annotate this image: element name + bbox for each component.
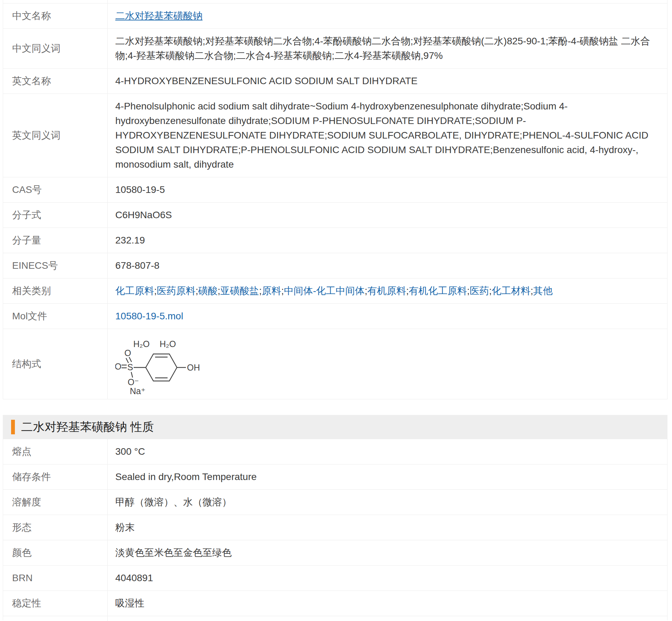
row-value-cas: 10580-19-5 — [108, 177, 667, 202]
row-value-einecs: 678-807-8 — [108, 253, 667, 278]
partial-row-value — [108, 613, 667, 621]
row-value-mol-file: 10580-19-5.mol — [108, 304, 667, 329]
category-separator: ; — [530, 285, 533, 296]
category-link-1[interactable]: 医药原料 — [157, 285, 196, 296]
category-separator: ; — [281, 285, 284, 296]
table-row-cn-synonyms: 中文同义词二水对羟基苯磺酸钠;对羟基苯磺酸钠二水合物;4-苯酚磺酸钠二水合物;对… — [3, 29, 667, 69]
row-value-en-synonyms: 4-Phenolsulphonic acid sodium salt dihyd… — [108, 94, 667, 177]
category-link-7[interactable]: 有机化工原料 — [409, 285, 467, 296]
row-value-stability: 吸湿性 — [108, 591, 667, 616]
row-value-melting-point: 300 °C — [108, 439, 667, 464]
table-row-form: 形态粉末 — [3, 515, 667, 540]
row-label-cas: CAS号 — [3, 177, 108, 202]
category-link-6[interactable]: 有机原料 — [367, 285, 406, 296]
row-label-cn-synonyms: 中文同义词 — [3, 29, 108, 68]
table-row-partial-bottom — [3, 616, 667, 620]
atom-label-na: Na⁺ — [130, 386, 145, 396]
chemical-info-table: 中文名称二水对羟基苯磺酸钠中文同义词二水对羟基苯磺酸钠;对羟基苯磺酸钠二水合物;… — [3, 0, 667, 399]
table-row-storage-conditions: 储存条件Sealed in dry,Room Temperature — [3, 464, 667, 490]
row-label-stability: 稳定性 — [3, 591, 108, 616]
table-row-cas: CAS号10580-19-5 — [3, 177, 667, 203]
category-separator: ; — [154, 285, 157, 296]
atom-label-o-minus: O⁻ — [128, 377, 139, 387]
table-row-stability: 稳定性吸湿性 — [3, 591, 667, 616]
row-value-color: 淡黄色至米色至金色至绿色 — [108, 540, 667, 565]
table-row-cn-name: 中文名称二水对羟基苯磺酸钠 — [3, 3, 667, 29]
atom-label-s: S — [127, 362, 133, 372]
table-row-color: 颜色淡黄色至米色至金色至绿色 — [3, 540, 667, 566]
table-row-einecs: EINECS号678-807-8 — [3, 253, 667, 278]
page: 中文名称二水对羟基苯磺酸钠中文同义词二水对羟基苯磺酸钠;对羟基苯磺酸钠二水合物;… — [0, 0, 672, 620]
row-label-formula: 分子式 — [3, 203, 108, 228]
properties-table: 熔点300 °C储存条件Sealed in dry,Room Temperatu… — [3, 439, 667, 620]
row-value-solubility: 甲醇（微溶）、水（微溶） — [108, 490, 667, 515]
category-link-10[interactable]: 其他 — [533, 285, 553, 296]
section-title: 二水对羟基苯磺酸钠 性质 — [21, 419, 154, 435]
row-label-mol-file: Mol文件 — [3, 304, 108, 329]
row-value-structure: H₂O H₂O O O S O⁻ Na⁺ OH — [108, 329, 667, 399]
category-separator: ; — [406, 285, 409, 296]
mol-file-link[interactable]: 10580-19-5.mol — [115, 311, 183, 321]
category-link-3[interactable]: 亚磺酸盐 — [220, 285, 259, 296]
cn-name-link[interactable]: 二水对羟基苯磺酸钠 — [115, 10, 203, 21]
row-label-en-synonyms: 英文同义词 — [3, 94, 108, 177]
section-accent-bar — [11, 420, 15, 434]
atom-label-water2: H₂O — [160, 339, 176, 349]
row-value-form: 粉末 — [108, 515, 667, 540]
table-row-partial-top — [3, 0, 667, 3]
row-label-melting-point: 熔点 — [3, 439, 108, 464]
partial-row-label — [3, 616, 108, 621]
category-separator: ; — [196, 285, 198, 296]
row-label-categories: 相关类别 — [3, 278, 108, 303]
atom-label-water1: H₂O — [133, 339, 150, 349]
table-row-solubility: 溶解度甲醇（微溶）、水（微溶） — [3, 490, 667, 515]
category-link-8[interactable]: 医药 — [470, 285, 489, 296]
row-value-en-name: 4-HYDROXYBENZENESULFONIC ACID SODIUM SAL… — [108, 69, 667, 94]
row-label-cn-name: 中文名称 — [3, 3, 108, 28]
row-value-cn-synonyms: 二水对羟基苯磺酸钠;对羟基苯磺酸钠二水合物;4-苯酚磺酸钠二水合物;对羟基苯磺酸… — [108, 29, 667, 68]
table-row-structure: 结构式 H₂O H₂O O O S O⁻ Na⁺ OH — [3, 329, 667, 399]
table-row-formula: 分子式C6H9NaO6S — [3, 203, 667, 228]
row-value-formula: C6H9NaO6S — [108, 203, 667, 228]
table-row-brn: BRN4040891 — [3, 566, 667, 591]
category-link-2[interactable]: 磺酸 — [198, 285, 218, 296]
category-separator: ; — [365, 285, 367, 296]
row-label-solubility: 溶解度 — [3, 490, 108, 515]
category-separator: ; — [259, 285, 262, 296]
category-link-9[interactable]: 化工材料 — [492, 285, 530, 296]
row-label-brn: BRN — [3, 566, 108, 591]
category-link-0[interactable]: 化工原料 — [115, 285, 154, 296]
category-link-5[interactable]: 中间体-化工中间体 — [284, 285, 365, 296]
row-label-color: 颜色 — [3, 540, 108, 565]
table-row-categories: 相关类别化工原料;医药原料;磺酸;亚磺酸盐;原料;中间体-化工中间体;有机原料;… — [3, 278, 667, 304]
row-value-brn: 4040891 — [108, 566, 667, 591]
category-link-4[interactable]: 原料 — [262, 285, 281, 296]
section-header: 二水对羟基苯磺酸钠 性质 — [3, 415, 667, 439]
category-separator: ; — [467, 285, 470, 296]
row-label-einecs: EINECS号 — [3, 253, 108, 278]
row-label-en-name: 英文名称 — [3, 69, 108, 94]
row-value-categories: 化工原料;医药原料;磺酸;亚磺酸盐;原料;中间体-化工中间体;有机原料;有机化工… — [108, 278, 667, 303]
table-row-en-name: 英文名称4-HYDROXYBENZENESULFONIC ACID SODIUM… — [3, 69, 667, 94]
properties-section: 二水对羟基苯磺酸钠 性质 熔点300 °C储存条件Sealed in dry,R… — [3, 415, 672, 620]
row-value-mol-weight: 232.19 — [108, 228, 667, 253]
row-label-mol-weight: 分子量 — [3, 228, 108, 253]
atom-label-oh: OH — [187, 363, 200, 372]
table-row-mol-weight: 分子量232.19 — [3, 228, 667, 253]
atom-label-o-top: O — [124, 348, 131, 358]
table-row-mol-file: Mol文件10580-19-5.mol — [3, 304, 667, 329]
atom-label-o-left: O — [115, 362, 122, 371]
structure-image: H₂O H₂O O O S O⁻ Na⁺ OH — [115, 333, 202, 396]
row-value-storage-conditions: Sealed in dry,Room Temperature — [108, 464, 667, 489]
table-row-en-synonyms: 英文同义词4-Phenolsulphonic acid sodium salt … — [3, 94, 667, 177]
row-label-form: 形态 — [3, 515, 108, 540]
table-row-melting-point: 熔点300 °C — [3, 439, 667, 464]
row-label-storage-conditions: 储存条件 — [3, 464, 108, 489]
row-value-cn-name: 二水对羟基苯磺酸钠 — [108, 3, 667, 28]
row-label-structure: 结构式 — [3, 329, 108, 399]
